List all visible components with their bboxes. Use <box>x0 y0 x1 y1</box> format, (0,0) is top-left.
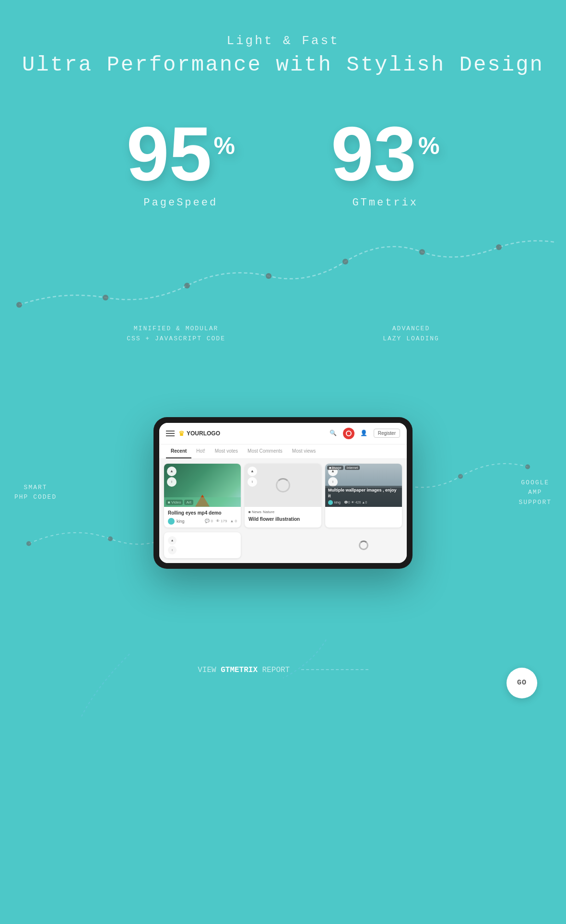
main-container: Light & Fast Ultra Performance with Styl… <box>0 0 566 924</box>
metrics-section: 95% PageSpeed 93% GTmetrix <box>0 115 566 209</box>
header-section: Light & Fast Ultra Performance with Styl… <box>22 0 544 86</box>
feature-labels: MINIFIED & MODULARCSS + JAVASCRIPT CODE … <box>0 324 566 344</box>
tag-art: Art <box>184 500 193 505</box>
pagespeed-label: PageSpeed <box>143 197 218 209</box>
search-icon[interactable]: 🔍 <box>328 428 339 439</box>
lazy-loading-label: ADVANCEDLAZY LOADING <box>383 324 439 344</box>
card-2-share[interactable]: ⇧ <box>248 477 257 487</box>
gtmetrix-value: 93% <box>331 115 439 192</box>
card-1-meta: king 💬 0 👁 179 ▲ 0 <box>168 518 237 525</box>
vote-up-icon[interactable]: ▲ <box>167 467 177 476</box>
mini-vote-up[interactable]: ▲ <box>168 536 177 545</box>
navbar-right: 🔍 👤 Register <box>328 428 400 439</box>
pagespeed-metric: 95% PageSpeed <box>127 115 235 209</box>
tab-most-comments[interactable]: Most Comments <box>243 444 287 458</box>
svg-point-9 <box>103 295 108 300</box>
tag-nature: Nature <box>263 510 274 514</box>
user-icon[interactable]: 👤 <box>358 428 370 439</box>
card-2-tags: ■ News Nature <box>248 510 318 514</box>
performance-chart <box>0 218 566 324</box>
card-1-avatar <box>168 518 175 525</box>
card-3: ▲ ⇧ ■ Image Internet Multiple wallpaper … <box>325 464 402 528</box>
card-3-image: ▲ ⇧ ■ Image Internet Multiple wallpaper … <box>325 464 402 507</box>
card-1-vote[interactable]: ▲ ⇧ <box>167 467 177 487</box>
card-2-title: Wild flower illustration <box>248 516 318 522</box>
go-button[interactable]: GO <box>507 668 537 698</box>
tag-image: ■ Image <box>327 466 343 470</box>
svg-point-11 <box>266 273 271 279</box>
app-logo: ♛ YOURLOGO <box>178 430 220 437</box>
card-1-votes: ▲ 0 <box>230 519 237 523</box>
subtitle: Light & Fast <box>22 34 544 48</box>
card-2: ▲ ⇧ ■ News Nature Wild flower il <box>245 464 321 528</box>
wallpaper-overlay: Multiple wallpaper images , enjoy it kin… <box>325 486 402 506</box>
mini-vote-1: ▲ ⇧ <box>168 536 177 554</box>
wallpaper-author: king <box>334 501 341 504</box>
smart-php-label: SMARTPHP CODED <box>14 483 57 503</box>
dashed-line <box>301 669 368 670</box>
svg-point-13 <box>419 249 425 255</box>
card-1-image: ▲ ⇧ ■ Video Art <box>164 464 241 507</box>
card-2-body: ■ News Nature Wild flower illustration <box>245 507 321 525</box>
svg-point-8 <box>16 302 22 308</box>
card-1-tags: ■ Video Art <box>166 500 193 505</box>
app-second-row: ▲ ⇧ <box>159 532 407 563</box>
tag-internet: Internet <box>345 466 360 470</box>
gtmetrix-bold-label: GTMETRIX <box>221 666 258 674</box>
gtmetrix-metric: 93% GTmetrix <box>331 115 439 209</box>
navbar-left: ♛ YOURLOGO <box>166 430 220 437</box>
mini-spinner <box>359 540 368 550</box>
wallpaper-stats: 💬0 👁 426 ▲0 <box>344 501 367 504</box>
wallpaper-title: Multiple wallpaper images , enjoy it <box>328 488 399 499</box>
tab-most-votes[interactable]: Most votes <box>210 444 243 458</box>
register-button[interactable]: Register <box>374 429 400 438</box>
tablet-mockup: ♛ YOURLOGO 🔍 👤 Register R <box>153 417 413 569</box>
app-navbar: ♛ YOURLOGO 🔍 👤 Register <box>159 423 407 444</box>
svg-point-14 <box>496 244 502 250</box>
report-label: REPORT <box>258 666 290 674</box>
google-amp-label: GOOGLEAMPSUPPORT <box>519 478 552 507</box>
crown-icon: ♛ <box>178 430 185 437</box>
share-icon[interactable]: ⇧ <box>167 477 177 487</box>
app-logo-text: YOURLOGO <box>187 430 220 437</box>
tab-recent[interactable]: Recent <box>166 444 191 458</box>
mini-share[interactable]: ⇧ <box>168 546 177 554</box>
svg-point-12 <box>342 259 348 264</box>
card-2-image: ▲ ⇧ <box>245 464 321 507</box>
loading-spinner <box>276 478 290 492</box>
pagespeed-value: 95% <box>127 115 235 192</box>
gtmetrix-label: GTmetrix <box>352 197 418 209</box>
tab-most-views[interactable]: Most views <box>287 444 320 458</box>
card-1-body: Rolling eyes mp4 demo king 💬 0 👁 179 ▲ 0 <box>164 507 241 528</box>
card-1-views: 👁 179 <box>216 519 227 523</box>
card-3-share[interactable]: ⇧ <box>328 477 338 487</box>
wallpaper-meta: king 💬0 👁 426 ▲0 <box>328 500 399 505</box>
gtmetrix-report-text: VIEW GTMETRIX REPORT <box>198 666 368 674</box>
card-2-vote-up[interactable]: ▲ <box>248 467 257 476</box>
card-2-vote[interactable]: ▲ ⇧ <box>248 467 257 487</box>
tab-hot[interactable]: Hot! <box>191 444 210 458</box>
card-1-stats: 💬 0 👁 179 ▲ 0 <box>205 519 237 523</box>
hamburger-icon[interactable] <box>166 431 175 436</box>
app-tabs: Recent Hot! Most votes Most Comments Mos… <box>159 444 407 459</box>
bottom-section: VIEW GTMETRIX REPORT GO <box>0 666 566 713</box>
card-3-tags: ■ Image Internet <box>327 466 360 470</box>
app-content-grid: ▲ ⇧ ■ Video Art Rolling eyes mp4 demo <box>159 459 407 532</box>
tag-video: ■ Video <box>166 500 183 505</box>
wallpaper-avatar <box>328 500 333 505</box>
view-label: VIEW <box>198 666 221 674</box>
card-1: ▲ ⇧ ■ Video Art Rolling eyes mp4 demo <box>164 464 241 528</box>
notification-icon[interactable] <box>343 428 354 439</box>
card-1-title: Rolling eyes mp4 demo <box>168 510 237 516</box>
tablet-screen: ♛ YOURLOGO 🔍 👤 Register R <box>159 423 407 563</box>
card-1-author: king <box>177 519 185 524</box>
mockup-section: SMARTPHP CODED GOOGLEAMPSUPPORT ♛ YOURLO… <box>0 349 566 637</box>
svg-point-10 <box>184 283 190 288</box>
minified-label: MINIFIED & MODULARCSS + JAVASCRIPT CODE <box>127 324 225 344</box>
card-1-comments: 💬 0 <box>205 519 213 523</box>
mini-card-1: ▲ ⇧ <box>164 532 241 558</box>
tag-news: ■ News <box>248 510 261 514</box>
main-title: Ultra Performance with Stylish Design <box>22 53 544 77</box>
